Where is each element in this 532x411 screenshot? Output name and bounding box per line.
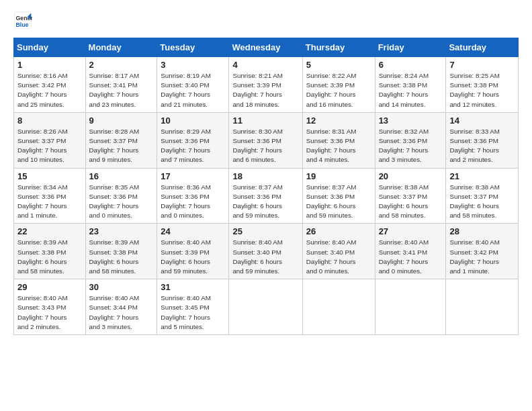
- day-number: 16: [89, 171, 154, 181]
- calendar-cell: [446, 279, 519, 335]
- calendar-cell: 5Sunrise: 8:22 AM Sunset: 3:39 PM Daylig…: [302, 57, 375, 113]
- day-number: 14: [449, 116, 515, 126]
- day-info: Sunrise: 8:40 AM Sunset: 3:44 PM Dayligh…: [89, 293, 154, 332]
- weekday-header: Tuesday: [157, 38, 229, 57]
- calendar-cell: 24Sunrise: 8:40 AM Sunset: 3:39 PM Dayli…: [157, 224, 229, 279]
- calendar-cell: 14Sunrise: 8:33 AM Sunset: 3:36 PM Dayli…: [446, 112, 519, 168]
- calendar-cell: 9Sunrise: 8:28 AM Sunset: 3:37 PM Daylig…: [85, 112, 157, 168]
- day-number: 15: [17, 171, 82, 181]
- day-info: Sunrise: 8:40 AM Sunset: 3:41 PM Dayligh…: [379, 238, 443, 276]
- day-info: Sunrise: 8:33 AM Sunset: 3:36 PM Dayligh…: [449, 127, 515, 165]
- day-info: Sunrise: 8:26 AM Sunset: 3:37 PM Dayligh…: [17, 127, 82, 165]
- day-number: 10: [161, 116, 225, 126]
- calendar-cell: 13Sunrise: 8:32 AM Sunset: 3:36 PM Dayli…: [375, 112, 446, 168]
- calendar-cell: 11Sunrise: 8:30 AM Sunset: 3:36 PM Dayli…: [229, 112, 302, 168]
- day-info: Sunrise: 8:30 AM Sunset: 3:36 PM Dayligh…: [232, 127, 298, 165]
- calendar-cell: 17Sunrise: 8:36 AM Sunset: 3:36 PM Dayli…: [157, 168, 229, 224]
- day-number: 19: [306, 171, 371, 181]
- day-number: 1: [17, 60, 82, 70]
- calendar-week-row: 15Sunrise: 8:34 AM Sunset: 3:36 PM Dayli…: [14, 168, 519, 224]
- day-number: 8: [17, 116, 82, 126]
- calendar-cell: 2Sunrise: 8:17 AM Sunset: 3:41 PM Daylig…: [85, 57, 157, 113]
- calendar-cell: [229, 279, 302, 335]
- page: General Blue SundayMondayTuesdayWednesda…: [0, 0, 532, 411]
- svg-text:Blue: Blue: [16, 21, 29, 28]
- day-info: Sunrise: 8:40 AM Sunset: 3:42 PM Dayligh…: [449, 238, 515, 276]
- day-info: Sunrise: 8:37 AM Sunset: 3:36 PM Dayligh…: [306, 183, 371, 221]
- day-number: 31: [161, 282, 225, 292]
- day-number: 30: [89, 282, 154, 292]
- calendar-cell: 1Sunrise: 8:16 AM Sunset: 3:42 PM Daylig…: [14, 57, 86, 113]
- calendar-week-row: 22Sunrise: 8:39 AM Sunset: 3:38 PM Dayli…: [14, 224, 519, 279]
- day-number: 17: [161, 171, 225, 181]
- day-info: Sunrise: 8:39 AM Sunset: 3:38 PM Dayligh…: [89, 238, 154, 276]
- header: General Blue: [13, 11, 519, 30]
- calendar-cell: 23Sunrise: 8:39 AM Sunset: 3:38 PM Dayli…: [85, 224, 157, 279]
- day-number: 28: [449, 226, 515, 236]
- day-number: 25: [232, 226, 298, 236]
- day-number: 11: [232, 116, 298, 126]
- day-number: 23: [89, 226, 154, 236]
- calendar-cell: [302, 279, 375, 335]
- calendar-cell: 31Sunrise: 8:40 AM Sunset: 3:45 PM Dayli…: [157, 279, 229, 335]
- day-info: Sunrise: 8:29 AM Sunset: 3:36 PM Dayligh…: [161, 127, 225, 165]
- weekday-header: Monday: [85, 38, 157, 57]
- calendar-cell: 18Sunrise: 8:37 AM Sunset: 3:36 PM Dayli…: [229, 168, 302, 224]
- weekday-header: Friday: [375, 38, 446, 57]
- weekday-header: Wednesday: [229, 38, 302, 57]
- day-number: 24: [161, 226, 225, 236]
- day-info: Sunrise: 8:38 AM Sunset: 3:37 PM Dayligh…: [379, 183, 443, 221]
- day-number: 29: [17, 282, 82, 292]
- calendar-cell: 7Sunrise: 8:25 AM Sunset: 3:38 PM Daylig…: [446, 57, 519, 113]
- day-info: Sunrise: 8:35 AM Sunset: 3:36 PM Dayligh…: [89, 183, 154, 221]
- day-number: 12: [306, 116, 371, 126]
- day-info: Sunrise: 8:40 AM Sunset: 3:40 PM Dayligh…: [232, 238, 298, 276]
- day-number: 9: [89, 116, 154, 126]
- day-info: Sunrise: 8:31 AM Sunset: 3:36 PM Dayligh…: [306, 127, 371, 165]
- calendar-table: SundayMondayTuesdayWednesdayThursdayFrid…: [13, 38, 519, 335]
- day-info: Sunrise: 8:34 AM Sunset: 3:36 PM Dayligh…: [17, 183, 82, 221]
- day-info: Sunrise: 8:16 AM Sunset: 3:42 PM Dayligh…: [17, 71, 82, 109]
- day-number: 2: [89, 60, 154, 70]
- calendar-cell: 27Sunrise: 8:40 AM Sunset: 3:41 PM Dayli…: [375, 224, 446, 279]
- calendar-cell: 12Sunrise: 8:31 AM Sunset: 3:36 PM Dayli…: [302, 112, 375, 168]
- day-number: 4: [232, 60, 298, 70]
- day-info: Sunrise: 8:40 AM Sunset: 3:39 PM Dayligh…: [161, 238, 225, 276]
- day-info: Sunrise: 8:24 AM Sunset: 3:38 PM Dayligh…: [379, 71, 443, 109]
- day-info: Sunrise: 8:39 AM Sunset: 3:38 PM Dayligh…: [17, 238, 82, 276]
- day-number: 18: [232, 171, 298, 181]
- day-info: Sunrise: 8:28 AM Sunset: 3:37 PM Dayligh…: [89, 127, 154, 165]
- calendar-cell: 25Sunrise: 8:40 AM Sunset: 3:40 PM Dayli…: [229, 224, 302, 279]
- weekday-header: Sunday: [14, 38, 86, 57]
- day-info: Sunrise: 8:40 AM Sunset: 3:40 PM Dayligh…: [306, 238, 371, 276]
- calendar-cell: 29Sunrise: 8:40 AM Sunset: 3:43 PM Dayli…: [14, 279, 86, 335]
- day-info: Sunrise: 8:40 AM Sunset: 3:43 PM Dayligh…: [17, 293, 82, 332]
- day-number: 27: [379, 226, 443, 236]
- day-info: Sunrise: 8:40 AM Sunset: 3:45 PM Dayligh…: [161, 293, 225, 332]
- calendar-cell: 4Sunrise: 8:21 AM Sunset: 3:39 PM Daylig…: [229, 57, 302, 113]
- day-info: Sunrise: 8:25 AM Sunset: 3:38 PM Dayligh…: [449, 71, 515, 109]
- calendar-cell: 28Sunrise: 8:40 AM Sunset: 3:42 PM Dayli…: [446, 224, 519, 279]
- day-number: 5: [306, 60, 371, 70]
- calendar-week-row: 1Sunrise: 8:16 AM Sunset: 3:42 PM Daylig…: [14, 57, 519, 113]
- calendar-cell: 30Sunrise: 8:40 AM Sunset: 3:44 PM Dayli…: [85, 279, 157, 335]
- calendar-cell: 3Sunrise: 8:19 AM Sunset: 3:40 PM Daylig…: [157, 57, 229, 113]
- day-number: 21: [449, 171, 515, 181]
- calendar-cell: 8Sunrise: 8:26 AM Sunset: 3:37 PM Daylig…: [14, 112, 86, 168]
- day-number: 13: [379, 116, 443, 126]
- calendar-cell: 21Sunrise: 8:38 AM Sunset: 3:37 PM Dayli…: [446, 168, 519, 224]
- day-number: 22: [17, 226, 82, 236]
- day-number: 3: [161, 60, 225, 70]
- day-info: Sunrise: 8:38 AM Sunset: 3:37 PM Dayligh…: [449, 183, 515, 221]
- calendar-week-row: 8Sunrise: 8:26 AM Sunset: 3:37 PM Daylig…: [14, 112, 519, 168]
- weekday-header: Saturday: [446, 38, 519, 57]
- calendar-cell: 20Sunrise: 8:38 AM Sunset: 3:37 PM Dayli…: [375, 168, 446, 224]
- weekday-header: Thursday: [302, 38, 375, 57]
- calendar-cell: 26Sunrise: 8:40 AM Sunset: 3:40 PM Dayli…: [302, 224, 375, 279]
- day-info: Sunrise: 8:37 AM Sunset: 3:36 PM Dayligh…: [232, 183, 298, 221]
- day-info: Sunrise: 8:19 AM Sunset: 3:40 PM Dayligh…: [161, 71, 225, 109]
- day-number: 26: [306, 226, 371, 236]
- calendar-cell: [375, 279, 446, 335]
- calendar-cell: 15Sunrise: 8:34 AM Sunset: 3:36 PM Dayli…: [14, 168, 86, 224]
- calendar-cell: 6Sunrise: 8:24 AM Sunset: 3:38 PM Daylig…: [375, 57, 446, 113]
